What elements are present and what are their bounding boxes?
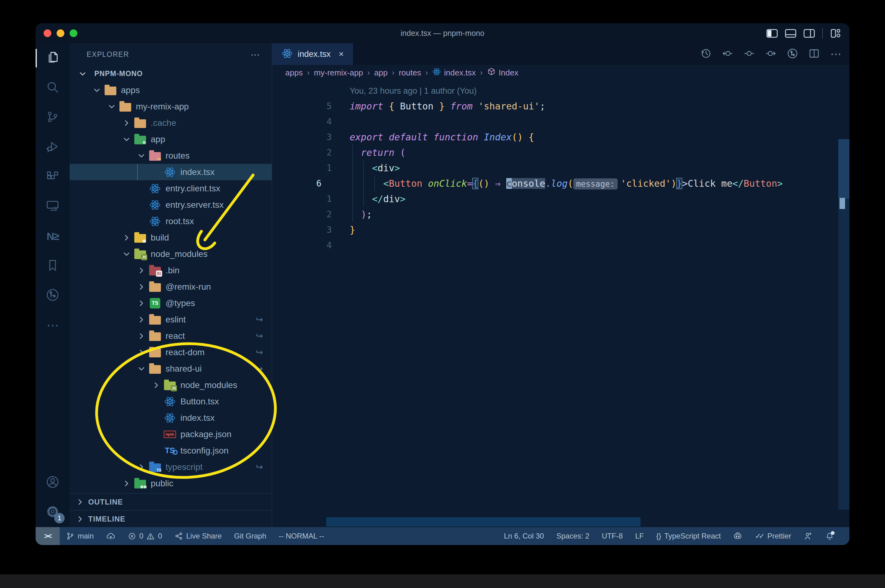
tab-index-tsx[interactable]: index.tsx × <box>272 43 353 65</box>
explorer-more-actions-icon[interactable]: ⋯ <box>251 49 260 60</box>
gitlens-heatmap-icon[interactable] <box>744 48 755 60</box>
tree-item--remix-run[interactable]: @remix-run <box>70 279 272 295</box>
statusbar-encoding[interactable]: UTF-8 <box>596 527 629 545</box>
gitlens-compare-next-icon[interactable] <box>765 48 777 60</box>
code-line[interactable]: 3} <box>272 222 849 237</box>
breadcrumb-item-index[interactable]: Index <box>487 68 519 78</box>
more-actions-icon[interactable]: ⋯ <box>830 48 841 61</box>
activity-item-nx-console[interactable]: N≥ <box>36 221 70 251</box>
tree-item-routes[interactable]: •••routes <box>70 147 272 164</box>
statusbar-language-mode[interactable]: {}TypeScript React <box>650 527 727 545</box>
activity-item-source-control[interactable] <box>36 103 70 132</box>
activity-item-more-views[interactable]: ⋯ <box>36 310 70 340</box>
statusbar-cursor-position[interactable]: Ln 6, Col 30 <box>498 527 550 545</box>
statusbar-git-branch[interactable]: main <box>60 527 100 545</box>
tree-item-react[interactable]: react↪ <box>70 328 272 344</box>
token: > <box>400 194 406 204</box>
statusbar-feedback[interactable] <box>798 527 819 545</box>
statusbar-label: Live Share <box>186 532 222 540</box>
tree-item-root.tsx[interactable]: root.tsx <box>70 213 272 230</box>
statusbar-eol[interactable]: LF <box>629 527 650 545</box>
token: ) <box>671 178 676 189</box>
git-blame-annotation: You, 23 hours ago | 1 author (You) <box>272 84 849 98</box>
line-number: 4 <box>272 240 350 250</box>
tree-item-typescript[interactable]: TStypescript↪ <box>70 459 272 475</box>
breadcrumb-item-app[interactable]: app <box>374 68 387 78</box>
statusbar-sync[interactable] <box>100 527 122 545</box>
statusbar-problems[interactable]: 00 <box>122 527 169 545</box>
tree-item-index.tsx[interactable]: index.tsx <box>70 164 272 180</box>
settings-badge: 1 <box>54 513 65 524</box>
tree-item-tsconfig.json[interactable]: TStsconfig.json <box>70 442 272 459</box>
tree-item-my-remix-app[interactable]: my-remix-app <box>70 98 272 115</box>
activity-item-accounts[interactable] <box>36 468 70 497</box>
editor-vertical-scrollbar[interactable] <box>838 139 849 510</box>
breadcrumb-item-apps[interactable]: apps <box>285 68 303 78</box>
tree-item-.cache[interactable]: .cache <box>70 115 272 131</box>
folder-shape <box>134 119 146 128</box>
git-graph-icon[interactable] <box>787 48 798 60</box>
code-editor[interactable]: You, 23 hours ago | 1 author (You)5impor… <box>272 80 849 527</box>
tree-item-entry.server.tsx[interactable]: entry.server.tsx <box>70 196 272 213</box>
activity-item-explorer[interactable] <box>36 43 70 73</box>
section-timeline[interactable]: TIMELINE <box>70 510 272 527</box>
split-editor-icon[interactable] <box>808 48 820 60</box>
toggle-sidebar-icon[interactable] <box>766 29 778 38</box>
toggle-secondary-sidebar-icon[interactable] <box>804 29 815 38</box>
tree-item-.bin[interactable]: 01.bin <box>70 262 272 279</box>
tree-item-apps[interactable]: apps <box>70 82 272 98</box>
tree-item-public[interactable]: ◉◉public <box>70 475 272 492</box>
remote-indicator[interactable]: >< <box>36 527 60 545</box>
statusbar-git-graph[interactable]: Git Graph <box>228 527 272 545</box>
tree-item--types[interactable]: TS@types <box>70 295 272 311</box>
activity-item-run-debug[interactable] <box>36 132 70 162</box>
tree-item-button.tsx[interactable]: Button.tsx <box>70 393 272 410</box>
statusbar-copilot[interactable] <box>727 527 748 545</box>
code-line[interactable]: 4 <box>272 114 849 129</box>
customize-layout-icon[interactable] <box>830 29 841 38</box>
tree-item-react-dom[interactable]: react-dom↪ <box>70 344 272 360</box>
code-line[interactable]: 2 ); <box>272 207 849 222</box>
statusbar-prettier[interactable]: ✓✓Prettier <box>748 527 798 545</box>
tree-item-node-modules[interactable]: JSnode_modules <box>70 246 272 262</box>
statusbar-indentation[interactable]: Spaces: 2 <box>550 527 596 545</box>
tree-item-shared-ui[interactable]: shared-ui↪ <box>70 360 272 377</box>
tree-item-app[interactable]: ⚙app <box>70 131 272 147</box>
statusbar-vim-mode[interactable]: -- NORMAL -- <box>272 527 331 545</box>
code-line[interactable]: 4 <box>272 237 849 253</box>
code-line[interactable]: 3export default function Index() { <box>272 129 849 145</box>
editor-horizontal-scrollbar[interactable] <box>326 517 641 526</box>
folder-shape: JS <box>134 250 146 259</box>
tree-item-entry.client.tsx[interactable]: entry.client.tsx <box>70 180 272 196</box>
activity-item-settings[interactable]: 1 <box>36 497 70 527</box>
file-history-icon[interactable] <box>700 48 711 60</box>
vscroll-thumb[interactable] <box>838 139 849 198</box>
activity-item-git-graph[interactable] <box>36 281 70 310</box>
tree-item-index.tsx[interactable]: index.tsx <box>70 410 272 426</box>
code-line[interactable]: 5import { Button } from 'shared-ui'; <box>272 98 849 114</box>
breadcrumb-item-routes[interactable]: routes <box>399 68 421 78</box>
activity-item-remote-explorer[interactable] <box>36 192 70 221</box>
code-line[interactable]: 1 <div> <box>272 160 849 176</box>
activity-item-search[interactable] <box>36 73 70 103</box>
activity-item-extensions[interactable] <box>36 162 70 192</box>
tree-item-node-modules[interactable]: JSnode_modules <box>70 377 272 393</box>
tree-root-pnpm-mono[interactable]: PNPM-MONO <box>70 66 272 82</box>
activity-item-bookmarks[interactable] <box>36 251 70 281</box>
statusbar-notifications[interactable] <box>819 527 840 545</box>
tree-item-build[interactable]: ◍build <box>70 230 272 246</box>
breadcrumb-item-my-remix-app[interactable]: my-remix-app <box>314 68 363 78</box>
code-line[interactable]: 1 </div> <box>272 191 849 207</box>
toggle-panel-icon[interactable] <box>785 29 796 38</box>
gitlens-compare-prev-icon[interactable] <box>722 48 733 60</box>
section-outline[interactable]: OUTLINE <box>70 493 272 510</box>
close-tab-icon[interactable]: × <box>339 49 344 59</box>
code-line-current[interactable]: 6 <Button onClick={() ⇒ console.log(mess… <box>272 176 849 191</box>
code-line[interactable]: 2 return ( <box>272 145 849 160</box>
token: import <box>350 101 383 112</box>
tree-item-package.json[interactable]: npmpackage.json <box>70 426 272 442</box>
types-ts-icon: TS <box>149 297 161 309</box>
breadcrumb-item-index.tsx[interactable]: index.tsx <box>432 68 476 78</box>
tree-item-eslint[interactable]: eslint↪ <box>70 311 272 328</box>
statusbar-live-share[interactable]: Live Share <box>169 527 228 545</box>
